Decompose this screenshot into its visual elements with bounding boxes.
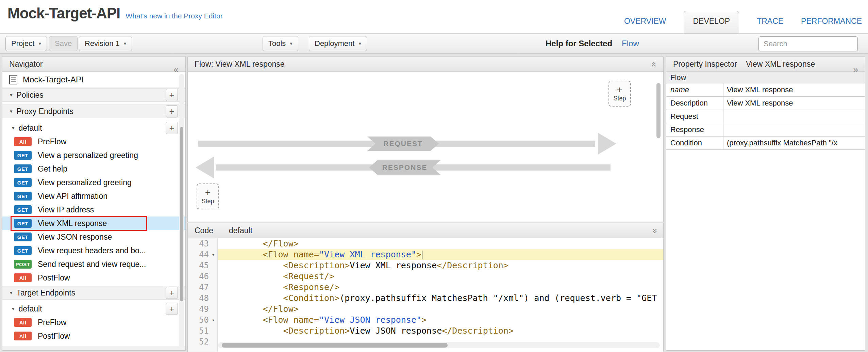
property-value[interactable]: (proxy.pathsuffix MatchesPath "/x <box>723 137 865 149</box>
project-dropdown[interactable]: Project ▾ <box>5 36 47 51</box>
method-badge-get: GET <box>14 205 32 214</box>
inspector-row-request: Request <box>666 110 865 123</box>
section-policies[interactable]: ▾ Policies + <box>2 88 185 102</box>
section-target-endpoints[interactable]: ▾ Target Endpoints + <box>2 286 185 300</box>
flow-label: View IP address <box>38 205 94 214</box>
section-policies-label: Policies <box>17 91 44 100</box>
method-badge-all: All <box>14 318 32 327</box>
proxy-endpoint-default[interactable]: ▾ default + <box>2 121 185 135</box>
method-badge-get: GET <box>14 219 32 228</box>
code-line-44: 44▾ <Flow name="View XML response"> <box>188 249 663 260</box>
property-label: name <box>666 83 723 96</box>
tab-performance[interactable]: PERFORMANCE <box>801 17 862 33</box>
add-proxy-flow-button[interactable]: + <box>166 122 178 134</box>
method-badge-get: GET <box>14 233 32 241</box>
plus-icon: + <box>205 188 211 197</box>
code-hscrollbar-thumb[interactable] <box>222 343 448 348</box>
code-panel-subtitle: default <box>229 226 252 235</box>
collapse-code-icon[interactable]: « <box>649 228 659 233</box>
expand-panel-icon[interactable]: » <box>853 64 858 75</box>
save-button[interactable]: Save <box>49 36 78 51</box>
method-badge-post: POST <box>14 260 32 269</box>
add-policy-button[interactable]: + <box>166 89 178 101</box>
whats-new-link[interactable]: What's new in the Proxy Editor <box>126 12 222 20</box>
bundle-icon <box>9 75 17 84</box>
nav-flow-view-xml-response[interactable]: GETView XML response <box>2 217 185 230</box>
proxy-flow-list: AllPreFlowGETView a personalized greetin… <box>2 135 185 285</box>
nav-flow-preflow[interactable]: AllPreFlow <box>2 135 185 148</box>
navigator-body: Mock-Target-API ▾ Policies + ▾ Proxy End… <box>2 72 185 350</box>
help-group: Help for Selected Flow <box>546 34 639 53</box>
property-value[interactable]: View XML response <box>723 97 865 110</box>
add-step-button-request[interactable]: + Step <box>608 81 631 107</box>
method-badge-get: GET <box>14 246 32 255</box>
tools-dropdown[interactable]: Tools ▾ <box>263 36 298 51</box>
nav-flow-view-a-personalized-greeting[interactable]: GETView a personalized greeting <box>2 148 185 162</box>
fold-caret-spacer <box>209 293 218 304</box>
response-arrowhead-icon <box>196 157 214 178</box>
revision-dropdown[interactable]: Revision 1 ▾ <box>79 36 132 51</box>
proxy-root-item[interactable]: Mock-Target-API <box>2 72 185 87</box>
inspector-row-description: DescriptionView XML response <box>666 97 865 110</box>
search-input[interactable] <box>758 36 858 51</box>
section-proxy-endpoints[interactable]: ▾ Proxy Endpoints + <box>2 105 185 118</box>
property-value[interactable] <box>723 123 865 136</box>
fold-caret-spacer <box>209 304 218 315</box>
code-line-43: 43 </Flow> <box>188 238 663 249</box>
line-number: 49 <box>188 304 209 315</box>
target-endpoint-default[interactable]: ▾ default + <box>2 302 185 316</box>
request-arrowhead-icon <box>598 133 616 155</box>
nav-flow-view-personalized-greeting[interactable]: GETView personalized greeting <box>2 176 185 189</box>
help-flow-link[interactable]: Flow <box>622 39 639 48</box>
add-target-flow-button[interactable]: + <box>166 303 178 315</box>
flow-map-canvas[interactable]: + Step REQUEST RESPONSE + Step <box>188 72 663 222</box>
code-text: <Description>View XML response</Descript… <box>218 260 663 271</box>
property-inspector-panel: Property Inspector View XML response » F… <box>666 57 865 351</box>
fold-caret-icon[interactable]: ▾ <box>209 249 218 260</box>
code-panel: Code default « 43 </Flow>44▾ <Flow name=… <box>187 223 664 352</box>
nav-flow-postflow[interactable]: AllPostFlow <box>2 271 185 285</box>
add-proxy-endpoint-button[interactable]: + <box>166 105 178 117</box>
tab-develop[interactable]: DEVELOP <box>684 11 739 33</box>
nav-flow-view-request-headers-and-bo[interactable]: GETView request headers and bo... <box>2 244 185 257</box>
fold-caret-spacer <box>209 282 218 293</box>
code-editor[interactable]: 43 </Flow>44▾ <Flow name="View XML respo… <box>188 238 663 352</box>
tab-overview[interactable]: OVERVIEW <box>624 17 666 33</box>
nav-flow-view-api-affirmation[interactable]: GETView API affirmation <box>2 189 185 203</box>
navigator-scrollbar-thumb[interactable] <box>180 127 183 301</box>
nav-flow-postflow[interactable]: AllPostFlow <box>2 329 185 343</box>
caret-down-icon: ▾ <box>10 290 13 296</box>
flow-label: PostFlow <box>38 332 70 341</box>
property-label: Description <box>666 97 723 110</box>
fold-caret-icon[interactable]: ▾ <box>209 315 218 325</box>
flow-scrollbar-thumb[interactable] <box>656 83 661 138</box>
nav-flow-send-request-and-view-reque[interactable]: POSTSend request and view reque... <box>2 257 185 271</box>
nav-flow-view-json-response[interactable]: GETView JSON response <box>2 230 185 244</box>
proxy-endpoint-default-label: default <box>19 124 42 133</box>
flow-label: PreFlow <box>38 318 66 327</box>
nav-flow-preflow[interactable]: AllPreFlow <box>2 316 185 329</box>
caret-down-icon: ▾ <box>12 306 15 312</box>
flow-label: Get help <box>38 164 67 174</box>
property-value[interactable] <box>723 110 865 123</box>
target-endpoint-default-label: default <box>19 304 42 314</box>
code-line-49: 49 </Flow> <box>188 304 663 315</box>
property-value[interactable]: View XML response <box>723 83 865 96</box>
add-target-endpoint-button[interactable]: + <box>166 287 178 299</box>
app-header: Mock-Target-API What's new in the Proxy … <box>0 0 868 33</box>
deployment-dropdown[interactable]: Deployment ▾ <box>309 36 367 51</box>
collapse-flow-icon[interactable]: « <box>649 62 659 66</box>
code-text: </Flow> <box>218 304 663 315</box>
nav-flow-get-help[interactable]: GETGet help <box>2 162 185 176</box>
nav-flow-view-ip-address[interactable]: GETView IP address <box>2 203 185 217</box>
flow-label: View personalized greeting <box>38 178 132 187</box>
tab-trace[interactable]: TRACE <box>757 17 783 33</box>
inspector-row-condition: Condition(proxy.pathsuffix MatchesPath "… <box>666 137 865 150</box>
fold-caret-spacer <box>209 271 218 282</box>
method-badge-get: GET <box>14 192 32 201</box>
section-resources-clipped[interactable]: ▾ Resources <box>2 347 185 350</box>
brand: Mock-Target-API What's new in the Proxy … <box>7 5 223 22</box>
navigator-title: Navigator <box>9 60 43 69</box>
add-step-button-response[interactable]: + Step <box>197 183 219 209</box>
flow-panel-title: Flow: View XML response <box>195 60 285 69</box>
